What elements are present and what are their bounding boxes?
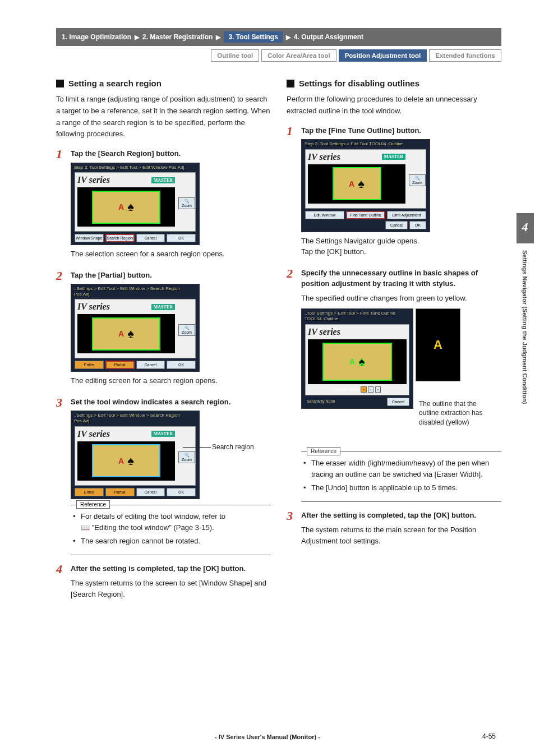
left-intro: To limit a range (adjusting range of pos… [56, 94, 271, 140]
cancel-button[interactable]: Cancel [136, 234, 165, 242]
step-number: 3 [287, 510, 297, 552]
right-heading: Settings for disabling outlines [287, 79, 501, 88]
ok-button[interactable]: OK [167, 488, 196, 496]
tab-outline[interactable]: Outline tool [211, 49, 259, 62]
breadcrumb: 1. Image Optimization ▶ 2. Master Regist… [56, 28, 501, 46]
zoom-button[interactable]: 🔍 Zoom [178, 324, 195, 336]
tab-extended[interactable]: Extended functions [429, 49, 501, 62]
sample-a-icon: A [118, 457, 124, 465]
eraser-small-button[interactable]: ▫ [361, 386, 366, 393]
left-heading: Setting a search region [56, 79, 271, 88]
step-after: The system returns to the main screen fo… [301, 524, 501, 548]
step-title: Tap the [Search Region] button. [71, 148, 271, 159]
iv-logo: IV series [77, 429, 110, 439]
page-number: 4-55 [482, 732, 496, 740]
eraser-width-label: Eraser Width [334, 387, 359, 392]
partial-button[interactable]: Partial [105, 361, 135, 369]
right-heading-text: Settings for disabling outlines [299, 79, 419, 88]
reference-box: Reference •The eraser width (light/mediu… [301, 451, 501, 502]
step-number: 1 [56, 148, 66, 268]
iv-logo: IV series [308, 152, 340, 162]
search-region-button[interactable]: Search Region [105, 234, 135, 242]
window-shape-button[interactable]: Window Shape [75, 234, 104, 242]
spade-icon: ♠ [127, 200, 134, 214]
shot-crumbs: ..Settings > Edit Tool > Edit Window > S… [71, 411, 199, 424]
reference-box: Reference •For details of editing the to… [71, 505, 271, 555]
chapter-sidebar: 4 Settings Navigator (Setting the Judgme… [515, 213, 535, 411]
master-badge: MASTER [151, 177, 175, 183]
step-after: The editing screen for a search region o… [71, 375, 271, 386]
chapter-number: 4 [516, 213, 534, 243]
heading-marker-icon [56, 80, 64, 87]
sample-a-icon: A [349, 179, 354, 188]
chevron-icon: ▶ [135, 34, 139, 41]
spade-icon: ♠ [358, 177, 365, 191]
eraser-med-button[interactable]: ▫ [368, 386, 373, 393]
spade-icon: ♠ [127, 454, 134, 468]
step-number: 2 [287, 268, 297, 508]
zoom-button[interactable]: 🔍 Zoom [409, 174, 426, 186]
edit-window-button[interactable]: Edit Window [305, 211, 344, 219]
ref-text: The search region cannot be rotated. [81, 536, 200, 547]
bc-1: 1. Image Optimization [62, 33, 131, 41]
screenshot-set-window: ..Settings > Edit Tool > Edit Window > S… [71, 411, 200, 499]
screenshot-partial: ..Settings > Edit Tool > Edit Window > S… [71, 284, 200, 372]
step-title: Tap the [Fine Tune Outline] button. [301, 125, 501, 136]
step-title: Tap the [Partial] button. [71, 270, 271, 281]
ok-button[interactable]: OK [167, 361, 196, 369]
limit-adjustment-button[interactable]: Limit Adjustment [387, 211, 426, 219]
bc-2: 2. Master Registration [142, 33, 213, 41]
iv-logo: IV series [77, 302, 110, 312]
bullet-icon: • [73, 536, 77, 547]
book-icon: 📖 [81, 523, 92, 532]
right-step-3: 3 After the setting is completed, tap th… [287, 510, 501, 552]
ok-button[interactable]: OK [167, 234, 196, 242]
step-title: After the setting is completed, tap the … [301, 510, 501, 521]
chapter-title: Settings Navigator (Setting the Judgment… [522, 243, 528, 411]
reference-label: Reference [307, 447, 340, 455]
left-step-1: 1 Tap the [Search Region] button. Step 3… [56, 148, 271, 268]
chevron-icon: ▶ [216, 34, 220, 41]
screenshot-fine-tune: Step 3: Tool Settings > Edit Tool TOOL04… [301, 139, 430, 232]
left-step-3: 3 Set the tool window indicates a search… [56, 397, 271, 561]
ok-button[interactable]: OK [409, 221, 426, 229]
partial-button[interactable]: Partial [105, 488, 135, 496]
bullet-icon: • [73, 511, 77, 533]
outline-disabled-callout: The outline that the outline extraction … [419, 399, 492, 427]
step-title: Specify the unnecessary outline in basic… [301, 268, 501, 289]
spade-icon: ♠ [127, 326, 134, 341]
master-badge: MASTER [151, 431, 175, 437]
cancel-button[interactable]: Cancel [136, 488, 165, 496]
right-intro: Perform the following procedures to dele… [287, 94, 501, 117]
iv-logo: IV series [77, 175, 110, 185]
step-after: The system returns to the screen to set … [71, 578, 271, 601]
cancel-button[interactable]: Cancel [136, 361, 165, 369]
ref-text: For details of editing the tool window, … [81, 512, 225, 520]
left-column: Setting a search region To limit a range… [56, 79, 271, 607]
step-number: 1 [287, 125, 297, 265]
bullet-icon: • [303, 458, 308, 480]
ref-text: The [Undo] button is applicable up to 5 … [311, 482, 458, 494]
master-badge: MASTER [151, 304, 175, 310]
left-step-4: 4 After the setting is completed, tap th… [56, 563, 271, 605]
shot-crumbs: ..Tool Settings > Edit Tool > Fine Tune … [302, 309, 413, 322]
tab-color-area[interactable]: Color Area/Area tool [261, 49, 336, 62]
footer-text: - IV Series User's Manual (Monitor) - [0, 734, 535, 740]
left-heading-text: Setting a search region [68, 79, 162, 88]
reference-label: Reference [76, 500, 110, 509]
ref-text: "Editing the tool window" (Page 3-15). [92, 523, 214, 532]
step-title: Set the tool window indicates a search r… [71, 397, 271, 408]
callout-line [183, 447, 211, 448]
fine-tune-outline-button[interactable]: Fine Tune Outline [346, 211, 385, 219]
step-after: The selection screen for a search region… [71, 248, 271, 260]
cancel-button[interactable]: Cancel [385, 221, 408, 229]
entire-button[interactable]: Entire [75, 488, 104, 496]
tab-position-adjust[interactable]: Position Adjustment tool [339, 49, 427, 62]
spade-icon: ♠ [358, 354, 365, 369]
zoom-button[interactable]: 🔍 Zoom [178, 197, 195, 209]
entire-button[interactable]: Entire [75, 361, 104, 369]
zoom-button[interactable]: 🔍 Zoom [178, 451, 195, 463]
ref-text: The eraser width (light/medium/heavy) of… [311, 458, 501, 480]
cancel-button[interactable]: Cancel [387, 398, 409, 406]
eraser-large-button[interactable]: ▫ [375, 386, 381, 393]
